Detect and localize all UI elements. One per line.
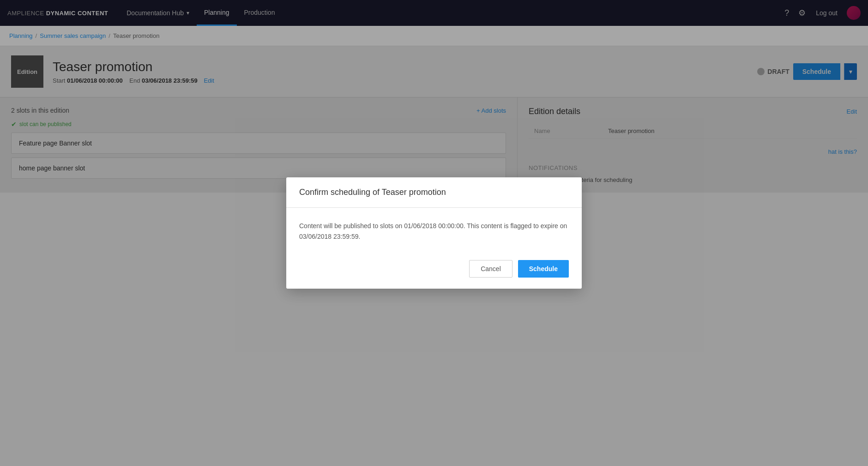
modal-header: Confirm scheduling of Teaser promotion: [286, 177, 582, 193]
modal-overlay: Confirm scheduling of Teaser promotion C…: [0, 0, 868, 193]
confirm-modal: Confirm scheduling of Teaser promotion C…: [286, 177, 582, 193]
modal-title: Confirm scheduling of Teaser promotion: [299, 188, 569, 193]
